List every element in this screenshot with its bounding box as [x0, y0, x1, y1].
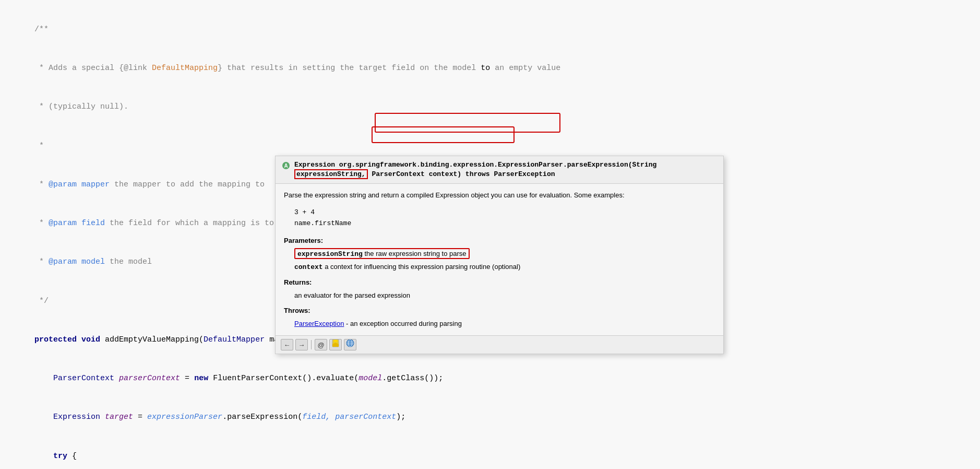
forward-icon: →	[298, 339, 305, 350]
throws-link[interactable]: ParserException	[294, 320, 344, 327]
at-button[interactable]: @	[315, 339, 327, 350]
tooltip-footer: ← → @	[276, 335, 723, 354]
tooltip-title-line1: Expression org.springframework.binding.e…	[294, 161, 656, 169]
at-icon: @	[317, 339, 324, 350]
tooltip-returns: an evaluator for the parsed expression	[294, 290, 715, 301]
throws-label: Throws:	[284, 306, 715, 316]
throws-desc: - an exception occurred during parsing	[346, 320, 462, 327]
browser-button[interactable]	[344, 339, 356, 350]
method-icon: A	[282, 161, 290, 170]
code-line-3: * (typically null).	[16, 88, 964, 127]
tooltip-header: A Expression org.springframework.binding…	[276, 156, 723, 184]
code-example-2: name.firstName	[294, 218, 715, 229]
tooltip-title: Expression org.springframework.binding.e…	[294, 160, 656, 179]
returns-label: Returns:	[284, 277, 715, 288]
code-line-12: try {	[16, 437, 964, 469]
tooltip-throws: ParserException - an exception occurred …	[294, 319, 715, 330]
bookmark-button[interactable]	[329, 339, 342, 350]
params-label: Parameters:	[284, 236, 715, 247]
back-icon: ←	[284, 339, 291, 350]
code-line-11: Expression target = expressionParser.par…	[16, 398, 964, 437]
tooltip-title-line2-pre: expressionString, ParserContext context)…	[294, 169, 555, 179]
highlighted-expression-string: expressionString,	[294, 169, 368, 179]
forward-button[interactable]: →	[295, 339, 308, 350]
tooltip-popup: A Expression org.springframework.binding…	[275, 156, 724, 354]
code-line-1: /**	[16, 10, 964, 49]
code-editor: /** * Adds a special {@link DefaultMappi…	[0, 0, 980, 469]
bookmark-icon	[331, 339, 340, 350]
browser-icon	[346, 339, 354, 350]
tooltip-description: Parse the expression string and return a…	[284, 190, 715, 201]
footer-separator-1	[311, 340, 312, 349]
svg-text:A: A	[284, 163, 288, 169]
tooltip-param-expression-string: expressionString the raw expression stri…	[294, 249, 715, 260]
tooltip-param-context: context a context for influencing this e…	[294, 262, 715, 273]
back-button[interactable]: ←	[281, 339, 293, 350]
param-expression-string-highlighted: expressionString the raw expression stri…	[294, 248, 470, 259]
tooltip-body: Parse the expression string and return a…	[276, 184, 723, 335]
code-line-2: * Adds a special {@link DefaultMapping} …	[16, 49, 964, 88]
code-line-10: ParserContext parserContext = new Fluent…	[16, 359, 964, 398]
code-example-1: 3 + 4	[294, 207, 715, 218]
tooltip-code-example: 3 + 4 name.firstName	[294, 207, 715, 229]
